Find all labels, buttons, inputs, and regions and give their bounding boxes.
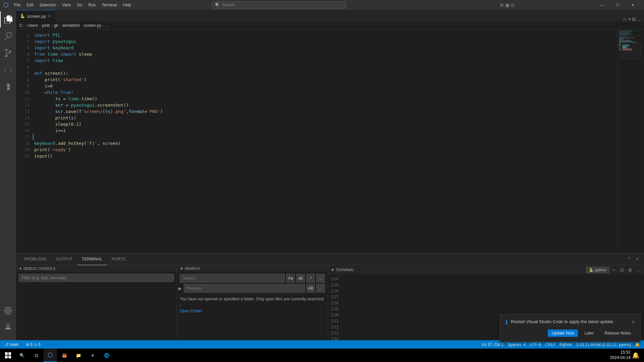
title-search[interactable]: 🔍 Search [212,1,346,9]
status-branch[interactable]: ⎇ main [2,340,20,349]
code-line-20: input() [33,153,617,159]
search-taskbar-button[interactable]: 🔍 [15,349,29,362]
layout-icon-1[interactable]: ⊞ [500,2,504,8]
search-panel-title: SEARCH [185,266,200,270]
activity-extensions[interactable] [0,78,16,95]
menu-selection[interactable]: Selection [37,2,59,8]
tab-screen-py[interactable]: 🐍 screen.py × [16,10,55,22]
maximize-panel-button[interactable]: ⌃ [626,256,633,262]
release-notes-button[interactable]: Release Notes [600,329,635,337]
layout-icon-3[interactable]: ⊟ [511,2,515,8]
notifications-tray[interactable]: 🔔 [632,352,639,359]
python-terminal-tab[interactable]: 🐍 python [586,267,609,273]
code-editor[interactable]: import PIL import pyautogui import keybo… [33,29,617,253]
svg-rect-4 [8,356,11,358]
update-notification: ℹ Restart Visual Studio Code to apply th… [500,314,641,342]
code-line-9: i=0 [33,83,617,89]
taskbar-explorer[interactable]: 📁 [72,349,85,362]
breadcrumb-git[interactable]: git [54,23,58,28]
search-collapse-arrow[interactable]: ▼ [180,266,183,270]
activity-source-control[interactable] [0,45,16,61]
close-panel-button[interactable]: × [634,256,641,262]
replace-options-button[interactable]: AB [306,284,315,293]
menu-view[interactable]: View [59,2,73,8]
window-controls: — ☐ ✕ [594,0,641,10]
code-line-18: keyboard.add_hotkey('F1', screen) [33,140,617,146]
menu-file[interactable]: File [11,2,23,8]
run-button[interactable]: ▷ [624,16,627,22]
svg-rect-3 [5,356,8,358]
add-terminal-button[interactable]: + [610,266,617,273]
tab-file-icon: 🐍 [20,14,25,18]
collapse-arrow[interactable]: ▼ [331,268,334,272]
debug-filter-placeholder: Filter (e.g. text, !exclude) [22,276,66,280]
editor-area[interactable]: 12345 678910 1112131415 1617181920 impor… [16,29,644,253]
activity-explorer[interactable] [0,11,16,27]
activity-accounts[interactable] [0,319,16,336]
minimap-thumbnail: ▓▓▓▓▓▓ ▓▓▓▓ ▓▓▓▓▓▓▓▓ [621,43,641,59]
collapse-arrow[interactable]: ▼ [19,267,22,270]
run-dropdown[interactable]: ▾ [629,17,631,21]
terminal-line: 124 [331,276,641,282]
notification-close-button[interactable]: × [632,319,635,325]
code-line-4: from time import sleep [33,51,617,57]
expand-replace-button[interactable]: ▶ [178,286,182,291]
minimize-button[interactable]: — [594,0,610,10]
start-button[interactable] [1,349,15,362]
debug-filter-input[interactable]: Filter (e.g. text, !exclude) [19,274,174,282]
open-folder-link[interactable]: Open Folder [180,309,202,313]
tab-output[interactable]: OUTPUT [51,253,77,265]
breadcrumb-pmb[interactable]: pmb [42,23,50,28]
tab-problems[interactable]: PROBLEMS [19,253,51,265]
search-input[interactable] [180,274,285,283]
breadcrumb-drive[interactable]: C: [19,23,23,28]
replace-input[interactable] [184,284,305,293]
regex-button[interactable]: .* [306,274,315,283]
debug-console-title: DEBUG CONSOLE [23,266,56,270]
terminal-more-button[interactable]: … [635,266,641,273]
debug-console-header: ▼ DEBUG CONSOLE [16,265,177,272]
taskbar-telegram[interactable]: ✈ [86,349,99,362]
replace-more-button[interactable]: … [316,284,325,293]
tab-close-button[interactable]: × [48,13,51,19]
status-errors[interactable]: ⊘ 0 ⚠ 0 [24,340,42,349]
terminal-line: 125 [331,282,641,288]
later-button[interactable]: Later [581,329,598,337]
layout-icon-2[interactable]: ▣ [505,2,509,8]
breadcrumb-aimlabbot[interactable]: aimlabbot [62,23,79,28]
breadcrumb-users[interactable]: Users [28,23,38,28]
terminal-trash-button[interactable]: 🗑 [627,266,633,273]
case-sensitive-button[interactable]: Aa [286,274,295,283]
terminal-label: TERMINAL [336,268,355,272]
menu-bar: File Edit Selection View Go Run Terminal… [11,2,134,8]
terminal-split-button[interactable]: ⊟ [619,266,625,273]
more-actions-button[interactable]: … [637,16,642,22]
update-now-button[interactable]: Update Now [548,329,578,337]
taskbar-edge[interactable]: 🌐 [100,349,113,362]
breadcrumb-file[interactable]: screen.py [84,23,101,28]
activity-search[interactable] [0,28,16,44]
taskbar-firefox[interactable]: 🦊 [58,349,71,362]
whole-word-button[interactable]: ab [296,274,305,283]
search-more-button[interactable]: … [316,274,325,283]
code-line-15: sleep(0.1) [33,121,617,127]
breadcrumb-ellipsis[interactable]: ... [105,23,108,28]
maximize-button[interactable]: ☐ [610,0,625,10]
clock[interactable]: 15:52 2024-04-14 [610,350,631,360]
menu-terminal[interactable]: Terminal [99,2,119,8]
search-panel-header: ▼ SEARCH [177,265,328,272]
menu-help[interactable]: Help [120,2,134,8]
tab-terminal[interactable]: TERMINAL [77,253,107,265]
menu-go[interactable]: Go [74,2,85,8]
taskbar-vscode[interactable]: ⬡ [44,349,57,362]
menu-edit[interactable]: Edit [24,2,36,8]
menu-run[interactable]: Run [86,2,98,8]
split-editor-button[interactable]: ⊞ [632,16,636,22]
activity-run-debug[interactable] [0,62,16,78]
close-button[interactable]: ✕ [625,0,641,10]
tab-label: screen.py [27,14,46,19]
activity-remote[interactable] [0,303,16,319]
task-view-button[interactable]: ⊡ [30,349,43,362]
terminal-title: ▼ TERMINAL [331,268,355,272]
tab-ports[interactable]: PORTS [107,253,130,265]
